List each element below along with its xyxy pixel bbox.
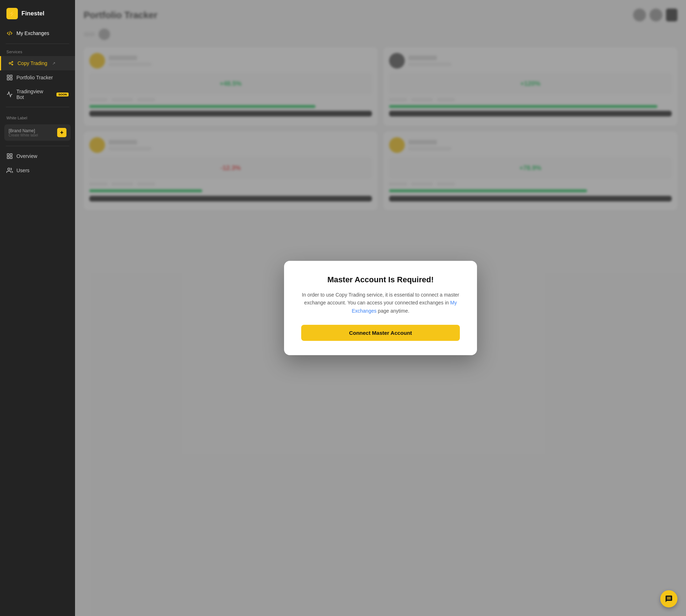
divider-2	[6, 107, 69, 107]
svg-rect-5	[7, 78, 9, 80]
divider-3	[6, 146, 69, 146]
sidebar-item-portfolio-tracker[interactable]: Portfolio Tracker	[0, 70, 75, 85]
overview-icon	[6, 153, 13, 159]
svg-point-1	[12, 61, 13, 63]
sidebar: ⚡ Finestel My Exchanges Services Copy Tr…	[0, 0, 75, 616]
tradingview-bot-icon	[6, 91, 13, 98]
portfolio-tracker-label: Portfolio Tracker	[16, 75, 53, 80]
copy-trading-icon	[8, 60, 14, 66]
soon-badge: Soon	[56, 93, 69, 96]
svg-rect-9	[7, 157, 9, 159]
portfolio-tracker-icon	[6, 74, 13, 81]
modal-body: In order to use Copy Trading service, it…	[301, 291, 460, 315]
users-label: Users	[16, 168, 30, 173]
svg-rect-4	[10, 75, 12, 77]
brand-name-card[interactable]: [Brand Name] Create White label +	[4, 124, 71, 141]
create-white-label-button[interactable]: +	[57, 128, 66, 137]
svg-rect-6	[10, 78, 12, 80]
svg-rect-8	[10, 154, 12, 155]
sidebar-item-copy-trading[interactable]: Copy Trading ↗	[0, 56, 75, 70]
copy-trading-label: Copy Trading	[18, 60, 47, 66]
svg-point-11	[8, 168, 10, 170]
chat-support-button[interactable]	[660, 590, 677, 607]
external-link-icon: ↗	[52, 61, 55, 66]
brand-name-sub: Create White label	[9, 133, 38, 137]
svg-point-0	[9, 63, 11, 64]
connect-master-account-button[interactable]: Connect Master Account	[301, 325, 460, 341]
divider-1	[6, 44, 69, 44]
white-label-section-label: White Label	[0, 113, 75, 122]
sidebar-item-tradingview-bot[interactable]: Tradingview Bot Soon	[0, 85, 75, 104]
modal-body-text-2: page anytime.	[377, 308, 409, 314]
sidebar-my-exchanges-label: My Exchanges	[16, 30, 49, 36]
svg-rect-3	[7, 75, 9, 77]
brand-name-text: [Brand Name]	[9, 128, 38, 133]
brand-name-info: [Brand Name] Create White label	[9, 128, 38, 137]
modal-dialog: Master Account Is Required! In order to …	[284, 261, 477, 355]
app-name: Finestel	[21, 10, 44, 17]
white-label-section: White Label [Brand Name] Create White la…	[0, 113, 75, 143]
modal-overlay: Master Account Is Required! In order to …	[75, 0, 686, 616]
svg-rect-10	[10, 157, 12, 159]
services-section-label: Services	[0, 47, 75, 56]
modal-body-text-1: In order to use Copy Trading service, it…	[302, 292, 459, 305]
modal-title: Master Account Is Required!	[301, 275, 460, 284]
svg-point-2	[12, 64, 13, 65]
main-content: Portfolio Tracker	[75, 0, 686, 616]
users-icon	[6, 167, 13, 174]
sidebar-item-users[interactable]: Users	[0, 163, 75, 178]
exchanges-icon	[6, 30, 13, 36]
tradingview-bot-label: Tradingview Bot	[16, 89, 51, 100]
app-logo[interactable]: ⚡ Finestel	[0, 0, 75, 26]
logo-icon: ⚡	[6, 8, 18, 19]
overview-label: Overview	[16, 153, 37, 159]
sidebar-item-overview[interactable]: Overview	[0, 149, 75, 163]
svg-rect-7	[7, 154, 9, 155]
sidebar-item-my-exchanges[interactable]: My Exchanges	[0, 26, 75, 41]
